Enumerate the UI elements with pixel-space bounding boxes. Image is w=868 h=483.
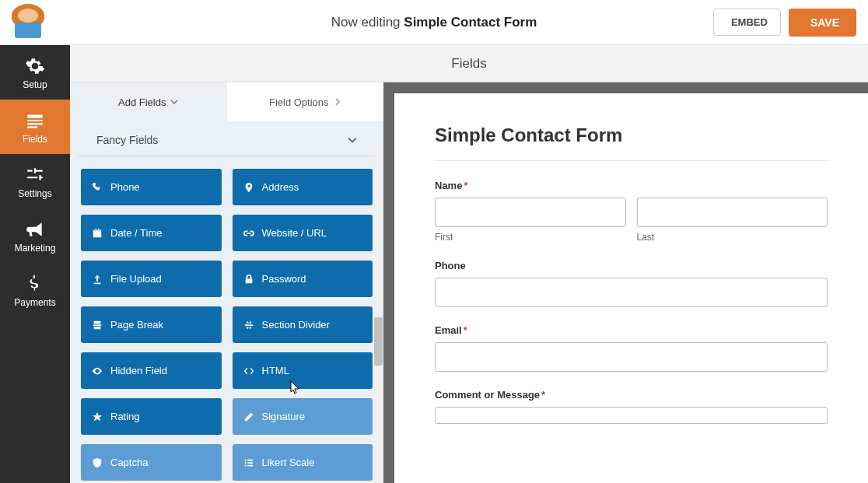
nav-setup[interactable]: Setup	[0, 45, 70, 100]
field-address[interactable]: Address	[233, 169, 373, 205]
link-icon	[243, 228, 254, 239]
field-website[interactable]: Website / URL	[233, 215, 373, 251]
field-likert[interactable]: Likert Scale	[233, 444, 373, 481]
phone-input[interactable]	[435, 278, 828, 307]
app-logo[interactable]	[12, 7, 44, 38]
nav-settings[interactable]: Settings	[0, 154, 70, 208]
email-input[interactable]	[435, 342, 828, 372]
comment-label: Comment or Message*	[435, 389, 828, 401]
chevron-right-icon	[334, 98, 341, 106]
star-icon	[92, 411, 103, 422]
field-phone[interactable]: Phone	[81, 169, 222, 205]
left-sidebar: Setup Fields Settings Marketing Payments	[0, 45, 70, 483]
editing-title: Now editing Simple Contact Form	[331, 15, 537, 30]
tab-add-fields[interactable]: Add Fields	[70, 82, 227, 121]
field-file-upload[interactable]: File Upload	[81, 261, 222, 297]
field-rating[interactable]: Rating	[81, 398, 222, 435]
nav-fields[interactable]: Fields	[0, 100, 70, 154]
field-password[interactable]: Password	[233, 261, 373, 297]
form-icon	[25, 110, 45, 131]
scroll-thumb[interactable]	[374, 317, 383, 366]
comment-input[interactable]	[435, 407, 828, 424]
phone-label: Phone	[435, 260, 828, 271]
section-fancy-fields[interactable]: Fancy Fields	[78, 121, 376, 156]
fields-panel: Add Fields Field Options Fancy Fields Ph…	[70, 82, 383, 483]
first-sublabel: First	[435, 232, 626, 243]
name-label: Name*	[435, 180, 828, 191]
first-name-input[interactable]	[435, 198, 626, 227]
eye-slash-icon	[92, 366, 103, 376]
last-sublabel: Last	[637, 232, 828, 243]
page-break-icon	[92, 320, 103, 331]
lock-icon	[243, 274, 254, 285]
field-page-break[interactable]: Page Break	[81, 306, 222, 343]
nav-payments[interactable]: Payments	[0, 263, 70, 317]
shield-icon	[92, 457, 103, 468]
cursor-icon	[290, 380, 301, 394]
field-signature[interactable]: Signature	[233, 398, 373, 435]
upload-icon	[92, 274, 103, 285]
dollar-icon	[25, 274, 45, 294]
phone-icon	[92, 182, 103, 193]
scrollbar[interactable]	[373, 159, 383, 483]
pin-icon	[243, 182, 254, 193]
embed-button[interactable]: EMBED	[713, 9, 781, 36]
bullhorn-icon	[25, 219, 45, 240]
form-title: Simple Contact Form	[435, 124, 828, 161]
code-icon	[243, 366, 254, 376]
field-date-time[interactable]: Date / Time	[81, 215, 222, 251]
list-icon	[243, 457, 254, 468]
nav-marketing[interactable]: Marketing	[0, 208, 70, 263]
field-section-divider[interactable]: Section Divider	[233, 306, 373, 343]
chevron-down-icon	[348, 135, 357, 145]
field-hidden[interactable]: Hidden Field	[81, 352, 222, 389]
form-preview: Simple Contact Form Name* First Last	[383, 82, 868, 483]
field-html[interactable]: HTML	[233, 352, 373, 389]
chevron-down-icon	[170, 98, 178, 106]
sliders-icon	[25, 165, 45, 185]
field-captcha[interactable]: Captcha	[81, 444, 222, 481]
tab-field-options[interactable]: Field Options	[227, 82, 384, 121]
save-button[interactable]: SAVE	[789, 9, 856, 37]
email-label: Email*	[435, 324, 828, 336]
panel-title: Fields	[70, 45, 868, 82]
gear-icon	[25, 56, 45, 76]
pencil-icon	[243, 411, 254, 422]
divider-icon	[243, 320, 254, 331]
calendar-icon	[92, 228, 103, 239]
last-name-input[interactable]	[637, 198, 828, 227]
